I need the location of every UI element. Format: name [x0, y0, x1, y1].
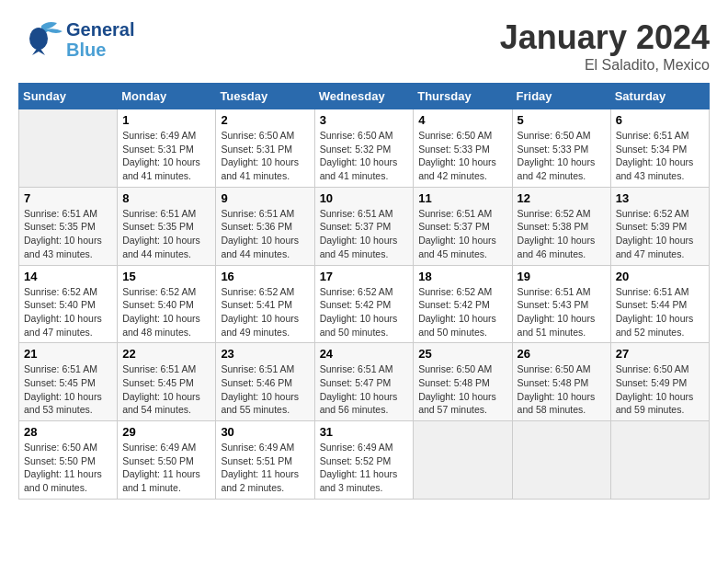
calendar-cell: 17Sunrise: 6:52 AM Sunset: 5:42 PM Dayli…: [314, 265, 414, 343]
month-title: January 2024: [500, 18, 710, 57]
calendar-cell: 19Sunrise: 6:51 AM Sunset: 5:43 PM Dayli…: [512, 265, 610, 343]
weekday-header-wednesday: Wednesday: [314, 84, 414, 109]
week-row-2: 7Sunrise: 6:51 AM Sunset: 5:35 PM Daylig…: [19, 187, 710, 265]
cell-info: Sunrise: 6:50 AM Sunset: 5:32 PM Dayligh…: [320, 129, 409, 183]
calendar-cell: 28Sunrise: 6:50 AM Sunset: 5:50 PM Dayli…: [19, 421, 118, 500]
day-number: 21: [24, 347, 112, 361]
cell-info: Sunrise: 6:49 AM Sunset: 5:52 PM Dayligh…: [320, 441, 409, 495]
day-number: 5: [518, 113, 606, 127]
weekday-header-saturday: Saturday: [610, 84, 709, 109]
day-number: 15: [122, 270, 210, 283]
calendar-cell: 6Sunrise: 6:51 AM Sunset: 5:34 PM Daylig…: [610, 109, 709, 188]
cell-info: Sunrise: 6:50 AM Sunset: 5:33 PM Dayligh…: [518, 129, 606, 183]
calendar-cell: [19, 109, 118, 188]
cell-info: Sunrise: 6:50 AM Sunset: 5:50 PM Dayligh…: [24, 441, 112, 495]
calendar-cell: 27Sunrise: 6:50 AM Sunset: 5:49 PM Dayli…: [610, 343, 709, 421]
logo-icon: [18, 18, 64, 60]
weekday-header-friday: Friday: [512, 84, 610, 109]
day-number: 3: [320, 113, 409, 127]
cell-info: Sunrise: 6:50 AM Sunset: 5:31 PM Dayligh…: [221, 129, 309, 183]
day-number: 4: [418, 113, 506, 127]
day-number: 12: [518, 191, 606, 205]
calendar-cell: 8Sunrise: 6:51 AM Sunset: 5:35 PM Daylig…: [118, 187, 216, 265]
calendar-cell: 3Sunrise: 6:50 AM Sunset: 5:32 PM Daylig…: [314, 109, 414, 188]
cell-info: Sunrise: 6:52 AM Sunset: 5:42 PM Dayligh…: [418, 285, 506, 339]
calendar-cell: 7Sunrise: 6:51 AM Sunset: 5:35 PM Daylig…: [19, 187, 118, 265]
day-number: 2: [221, 113, 309, 127]
day-number: 23: [221, 347, 309, 361]
cell-info: Sunrise: 6:52 AM Sunset: 5:41 PM Dayligh…: [221, 285, 309, 339]
calendar-cell: 29Sunrise: 6:49 AM Sunset: 5:50 PM Dayli…: [118, 421, 216, 500]
weekday-header-thursday: Thursday: [414, 84, 512, 109]
calendar-cell: 4Sunrise: 6:50 AM Sunset: 5:33 PM Daylig…: [414, 109, 512, 188]
calendar-cell: 25Sunrise: 6:50 AM Sunset: 5:48 PM Dayli…: [414, 343, 512, 421]
calendar-cell: 24Sunrise: 6:51 AM Sunset: 5:47 PM Dayli…: [314, 343, 414, 421]
calendar-table: SundayMondayTuesdayWednesdayThursdayFrid…: [18, 83, 710, 500]
cell-info: Sunrise: 6:50 AM Sunset: 5:33 PM Dayligh…: [418, 129, 506, 183]
cell-info: Sunrise: 6:51 AM Sunset: 5:45 PM Dayligh…: [122, 362, 210, 417]
calendar-cell: 20Sunrise: 6:51 AM Sunset: 5:44 PM Dayli…: [610, 265, 709, 343]
calendar-cell: 16Sunrise: 6:52 AM Sunset: 5:41 PM Dayli…: [216, 265, 314, 343]
calendar-cell: [610, 421, 709, 500]
calendar-cell: 9Sunrise: 6:51 AM Sunset: 5:36 PM Daylig…: [216, 187, 314, 265]
weekday-header-row: SundayMondayTuesdayWednesdayThursdayFrid…: [19, 84, 710, 109]
cell-info: Sunrise: 6:51 AM Sunset: 5:34 PM Dayligh…: [616, 129, 704, 183]
day-number: 7: [24, 191, 112, 205]
day-number: 31: [320, 425, 409, 439]
cell-info: Sunrise: 6:49 AM Sunset: 5:51 PM Dayligh…: [221, 441, 309, 495]
cell-info: Sunrise: 6:49 AM Sunset: 5:31 PM Dayligh…: [122, 129, 210, 183]
week-row-5: 28Sunrise: 6:50 AM Sunset: 5:50 PM Dayli…: [19, 421, 710, 500]
week-row-3: 14Sunrise: 6:52 AM Sunset: 5:40 PM Dayli…: [19, 265, 710, 343]
cell-info: Sunrise: 6:50 AM Sunset: 5:48 PM Dayligh…: [418, 362, 506, 417]
calendar-cell: 1Sunrise: 6:49 AM Sunset: 5:31 PM Daylig…: [118, 109, 216, 188]
calendar-cell: 23Sunrise: 6:51 AM Sunset: 5:46 PM Dayli…: [216, 343, 314, 421]
cell-info: Sunrise: 6:52 AM Sunset: 5:42 PM Dayligh…: [320, 285, 409, 339]
day-number: 29: [122, 425, 210, 439]
day-number: 19: [518, 270, 606, 283]
calendar-cell: [512, 421, 610, 500]
title-block: January 2024 El Saladito, Mexico: [500, 18, 710, 74]
cell-info: Sunrise: 6:52 AM Sunset: 5:39 PM Dayligh…: [616, 207, 704, 261]
weekday-header-sunday: Sunday: [19, 84, 118, 109]
day-number: 13: [616, 191, 704, 205]
calendar-cell: 14Sunrise: 6:52 AM Sunset: 5:40 PM Dayli…: [19, 265, 118, 343]
cell-info: Sunrise: 6:51 AM Sunset: 5:35 PM Dayligh…: [122, 207, 210, 261]
day-number: 1: [122, 113, 210, 127]
day-number: 26: [518, 347, 606, 361]
weekday-header-tuesday: Tuesday: [216, 84, 314, 109]
cell-info: Sunrise: 6:51 AM Sunset: 5:43 PM Dayligh…: [518, 285, 606, 339]
day-number: 20: [616, 270, 704, 283]
cell-info: Sunrise: 6:52 AM Sunset: 5:40 PM Dayligh…: [122, 285, 210, 339]
logo-text-blue: Blue: [66, 40, 134, 60]
cell-info: Sunrise: 6:51 AM Sunset: 5:44 PM Dayligh…: [616, 285, 704, 339]
day-number: 28: [24, 425, 112, 439]
day-number: 10: [320, 191, 409, 205]
logo-text-general: General: [66, 19, 134, 40]
day-number: 25: [418, 347, 506, 361]
location-title: El Saladito, Mexico: [500, 57, 710, 74]
logo: General Blue: [18, 18, 134, 60]
calendar-cell: [414, 421, 512, 500]
page-header: General Blue January 2024 El Saladito, M…: [18, 18, 710, 74]
day-number: 8: [122, 191, 210, 205]
cell-info: Sunrise: 6:51 AM Sunset: 5:37 PM Dayligh…: [320, 207, 409, 261]
calendar-cell: 22Sunrise: 6:51 AM Sunset: 5:45 PM Dayli…: [118, 343, 216, 421]
day-number: 22: [122, 347, 210, 361]
cell-info: Sunrise: 6:52 AM Sunset: 5:38 PM Dayligh…: [518, 207, 606, 261]
calendar-cell: 11Sunrise: 6:51 AM Sunset: 5:37 PM Dayli…: [414, 187, 512, 265]
cell-info: Sunrise: 6:51 AM Sunset: 5:35 PM Dayligh…: [24, 207, 112, 261]
day-number: 6: [616, 113, 704, 127]
day-number: 24: [320, 347, 409, 361]
calendar-cell: 12Sunrise: 6:52 AM Sunset: 5:38 PM Dayli…: [512, 187, 610, 265]
day-number: 9: [221, 191, 309, 205]
cell-info: Sunrise: 6:51 AM Sunset: 5:47 PM Dayligh…: [320, 362, 409, 417]
calendar-cell: 21Sunrise: 6:51 AM Sunset: 5:45 PM Dayli…: [19, 343, 118, 421]
cell-info: Sunrise: 6:51 AM Sunset: 5:37 PM Dayligh…: [418, 207, 506, 261]
day-number: 30: [221, 425, 309, 439]
weekday-header-monday: Monday: [118, 84, 216, 109]
cell-info: Sunrise: 6:52 AM Sunset: 5:40 PM Dayligh…: [24, 285, 112, 339]
calendar-cell: 26Sunrise: 6:50 AM Sunset: 5:48 PM Dayli…: [512, 343, 610, 421]
day-number: 17: [320, 270, 409, 283]
calendar-cell: 30Sunrise: 6:49 AM Sunset: 5:51 PM Dayli…: [216, 421, 314, 500]
calendar-cell: 18Sunrise: 6:52 AM Sunset: 5:42 PM Dayli…: [414, 265, 512, 343]
